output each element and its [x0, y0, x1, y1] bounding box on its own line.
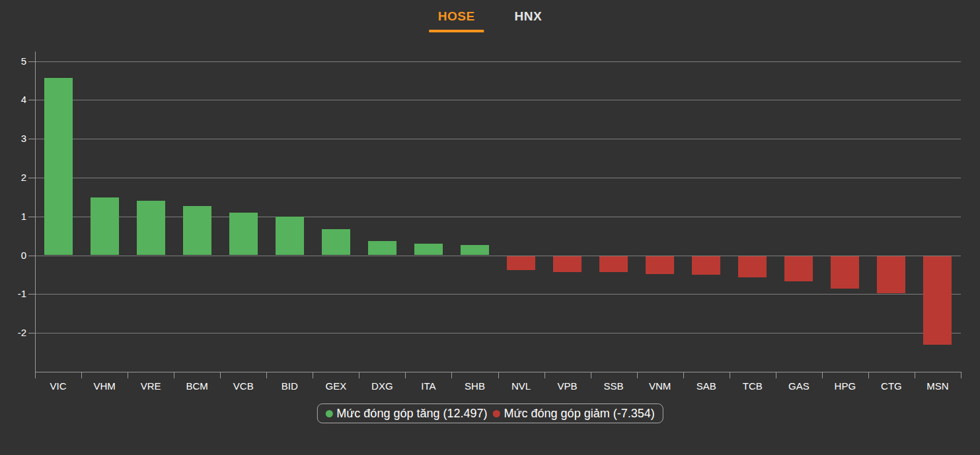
x-axis-tick: [81, 372, 82, 378]
positive-series-dot-icon: [325, 410, 332, 417]
x-axis-tick: [174, 372, 174, 378]
y-axis-tick: [28, 178, 35, 178]
gridline: [35, 61, 961, 62]
x-axis-label-GEX: GEX: [313, 380, 359, 392]
bar-VNM[interactable]: [646, 256, 674, 274]
x-axis-label-SAB: SAB: [683, 380, 730, 392]
x-axis-tick: [591, 372, 591, 378]
y-axis-label: 0: [0, 250, 26, 261]
x-axis-label-VPB: VPB: [545, 380, 591, 392]
bar-GEX[interactable]: [322, 229, 350, 255]
x-axis-tick: [683, 372, 684, 378]
x-axis-label-NVL: NVL: [498, 380, 545, 392]
x-axis-tick: [868, 372, 869, 378]
contribution-bar-chart: 543210-1-2VICVHMVREBCMVCBBIDGEXDXGITASHB…: [0, 0, 980, 455]
x-axis-tick: [545, 372, 545, 378]
y-axis-label: 4: [0, 94, 26, 105]
x-axis-label-ITA: ITA: [405, 380, 451, 392]
gridline: [35, 294, 961, 295]
y-axis-label: -1: [0, 289, 26, 299]
bar-VHM[interactable]: [91, 197, 119, 256]
x-axis-tick: [405, 372, 406, 378]
y-axis-tick: [28, 217, 35, 217]
legend-item-positive[interactable]: Mức đóng góp tăng (12.497): [325, 407, 487, 420]
bar-BID[interactable]: [276, 217, 304, 256]
x-axis-label-TCB: TCB: [730, 380, 776, 392]
chart-legend: Mức đóng góp tăng (12.497) Mức đóng góp …: [317, 403, 663, 423]
negative-series-dot-icon: [493, 410, 500, 417]
bar-VCB[interactable]: [229, 213, 258, 255]
legend-item-label: Mức đóng góp giảm (-7.354): [504, 407, 655, 420]
x-axis-label-DXG: DXG: [359, 380, 405, 392]
legend-item-label: Mức đóng góp tăng (12.497): [336, 407, 487, 420]
bar-NVL[interactable]: [507, 256, 535, 270]
bar-CTG[interactable]: [877, 256, 905, 293]
x-axis-label-VIC: VIC: [35, 380, 81, 392]
y-axis-tick: [28, 256, 35, 256]
bar-HPG[interactable]: [831, 256, 859, 289]
market-contribution-widget: HOSE HNX 543210-1-2VICVHMVREBCMVCBBIDGEX…: [0, 0, 980, 455]
x-axis-label-HPG: HPG: [822, 380, 868, 392]
x-axis-label-SHB: SHB: [451, 380, 498, 392]
bar-VIC[interactable]: [44, 78, 73, 256]
x-axis-tick: [266, 372, 267, 378]
x-axis-label-MSN: MSN: [915, 380, 961, 392]
gridline: [35, 139, 961, 139]
y-axis-tick: [28, 294, 35, 295]
x-axis-tick: [961, 372, 961, 378]
gridline: [35, 217, 961, 217]
x-axis-tick: [637, 372, 638, 378]
bar-MSN[interactable]: [923, 256, 952, 345]
x-axis-tick: [776, 372, 776, 378]
gridline: [35, 333, 961, 333]
x-axis-tick: [220, 372, 221, 378]
y-axis-tick: [28, 100, 35, 100]
gridline: [35, 256, 961, 256]
x-axis-tick: [915, 372, 915, 378]
bar-SHB[interactable]: [461, 245, 489, 255]
y-axis-line: [35, 52, 36, 372]
x-axis-tick: [359, 372, 359, 378]
x-axis-label-CTG: CTG: [868, 380, 915, 392]
bar-BCM[interactable]: [183, 206, 211, 256]
y-axis-label: 5: [0, 56, 26, 67]
bar-SSB[interactable]: [599, 256, 628, 273]
x-axis-tick: [451, 372, 452, 378]
bar-SAB[interactable]: [692, 256, 720, 275]
y-axis-tick: [28, 139, 35, 139]
bar-VRE[interactable]: [137, 201, 165, 256]
x-axis-label-VHM: VHM: [81, 380, 128, 392]
x-axis-tick: [498, 372, 499, 378]
y-axis-label: 2: [0, 172, 26, 183]
bar-GAS[interactable]: [784, 256, 813, 281]
x-axis-label-SSB: SSB: [591, 380, 637, 392]
y-axis-label: 3: [0, 133, 26, 144]
bar-TCB[interactable]: [738, 256, 767, 278]
gridline: [35, 100, 961, 100]
y-axis-label: -2: [0, 328, 26, 338]
bar-VPB[interactable]: [553, 256, 582, 273]
x-axis-label-BCM: BCM: [174, 380, 220, 392]
bar-ITA[interactable]: [414, 244, 443, 255]
x-axis-label-BID: BID: [266, 380, 313, 392]
x-axis-tick: [35, 372, 36, 378]
y-axis-tick: [28, 333, 35, 333]
x-axis-label-VRE: VRE: [128, 380, 174, 392]
y-axis-label: 1: [0, 211, 26, 222]
x-axis-label-GAS: GAS: [776, 380, 822, 392]
legend-item-negative[interactable]: Mức đóng góp giảm (-7.354): [493, 407, 655, 420]
gridline: [35, 178, 961, 178]
y-axis-tick: [28, 61, 35, 62]
x-axis-tick: [313, 372, 313, 378]
x-axis-tick: [128, 372, 128, 378]
x-axis-label-VNM: VNM: [637, 380, 683, 392]
x-axis-tick: [730, 372, 730, 378]
x-axis-tick: [822, 372, 823, 378]
x-axis-label-VCB: VCB: [220, 380, 266, 392]
bar-DXG[interactable]: [368, 241, 396, 256]
